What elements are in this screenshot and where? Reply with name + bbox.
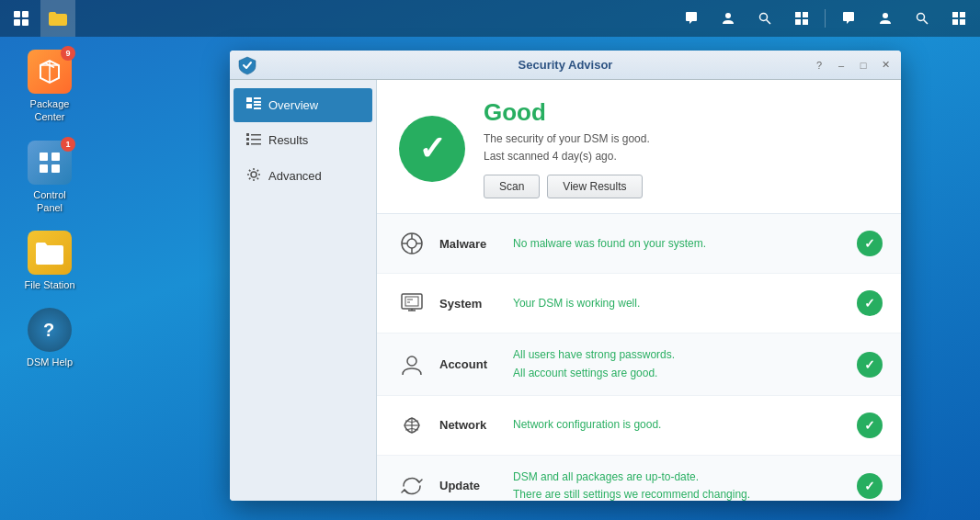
account-label: Account [439, 357, 513, 371]
system-status: Your DSM is working well. [513, 295, 857, 312]
app-grid-button[interactable] [4, 0, 39, 37]
svg-rect-14 [952, 12, 958, 17]
status-panel: ✓ Good The security of your DSM is good.… [377, 80, 901, 214]
title-bar-left [237, 55, 257, 75]
control-panel-badge: 1 [61, 137, 75, 152]
system-check-icon: ✓ [857, 290, 883, 316]
taskbar [0, 0, 980, 37]
security-advisor-window: Security Advisor ? – □ ✕ [230, 51, 901, 501]
sidebar-overview-label: Overview [268, 98, 318, 112]
svg-point-12 [917, 14, 925, 21]
svg-line-6 [767, 20, 771, 25]
categories-list: Malware No malware was found on your sys… [377, 214, 901, 501]
svg-rect-15 [960, 12, 965, 17]
svg-rect-23 [246, 97, 252, 102]
help-button[interactable]: ? [809, 55, 829, 75]
network-status: Network configuration is good. [513, 416, 857, 434]
malware-label: Malware [439, 237, 513, 251]
svg-text:?: ? [43, 320, 54, 340]
sidebar-item-results[interactable]: Results [234, 123, 372, 157]
search-icon-1[interactable] [747, 0, 782, 37]
svg-point-11 [883, 13, 888, 18]
control-panel-icon: 1 [28, 141, 72, 185]
svg-rect-28 [254, 107, 261, 109]
user-icon-1[interactable] [711, 0, 746, 37]
title-bar: Security Advisor ? – □ ✕ [230, 51, 901, 80]
taskbar-separator [825, 9, 826, 28]
sidebar-advanced-label: Advanced [268, 169, 322, 183]
sidebar-item-overview[interactable]: Overview [234, 88, 372, 122]
maximize-button[interactable]: □ [853, 55, 873, 75]
svg-rect-24 [254, 97, 261, 99]
search-icon-2[interactable] [905, 0, 940, 37]
svg-rect-7 [795, 12, 801, 17]
account-icon [395, 348, 428, 381]
chat-icon-2[interactable] [831, 0, 866, 37]
sidebar-item-advanced[interactable]: Advanced [234, 158, 372, 194]
grid-icon-2[interactable] [941, 0, 976, 37]
scan-button[interactable]: Scan [484, 175, 540, 198]
window-title: Security Advisor [518, 58, 613, 72]
svg-rect-42 [402, 294, 422, 309]
desktop-icon-control-panel[interactable]: 1 Control Panel [17, 137, 83, 219]
category-row-system: System Your DSM is working well. ✓ [377, 274, 901, 333]
close-button[interactable]: ✕ [875, 55, 895, 75]
status-checkmark-icon: ✓ [418, 130, 446, 168]
chat-icon-1[interactable] [674, 0, 709, 37]
desktop-icon-package-center[interactable]: 9 PackageCenter [17, 46, 83, 128]
minimize-button[interactable]: – [831, 55, 851, 75]
network-icon [395, 409, 428, 442]
svg-rect-0 [14, 11, 20, 17]
control-panel-label: Control Panel [20, 188, 79, 215]
svg-point-48 [407, 356, 416, 366]
category-row-network: Network Network configuration is good. ✓ [377, 396, 901, 456]
system-label: System [439, 297, 513, 311]
svg-rect-3 [22, 19, 28, 26]
update-label: Update [439, 479, 513, 492]
svg-rect-32 [251, 139, 261, 141]
main-content: ✓ Good The security of your DSM is good.… [377, 80, 901, 501]
svg-point-37 [407, 239, 416, 248]
grid-icon-1[interactable] [784, 0, 819, 37]
malware-check-icon: ✓ [857, 231, 883, 256]
update-check-icon: ✓ [857, 473, 883, 499]
user-icon-2[interactable] [868, 0, 903, 37]
view-results-button[interactable]: View Results [547, 175, 642, 198]
network-check-icon: ✓ [857, 413, 883, 438]
malware-status: No malware was found on your system. [513, 235, 857, 253]
results-icon [246, 132, 261, 148]
overview-icon [246, 97, 261, 113]
status-info: Good The security of your DSM is good. L… [484, 98, 879, 198]
security-advisor-logo-icon [237, 55, 257, 75]
svg-rect-29 [246, 133, 249, 136]
window-body: Overview Results [230, 80, 901, 501]
dsm-help-icon: ? [28, 308, 72, 352]
svg-point-35 [251, 172, 256, 177]
folder-button[interactable] [40, 0, 75, 37]
account-check-icon: ✓ [857, 352, 883, 378]
desktop-icons: 9 PackageCenter 1 Control Panel File Sta… [17, 46, 83, 373]
update-status: DSM and all packages are up-to-date. The… [513, 469, 857, 501]
package-center-label: PackageCenter [30, 97, 70, 124]
category-row-update: Update DSM and all packages are up-to-da… [377, 456, 901, 501]
svg-rect-9 [795, 19, 801, 25]
file-station-icon [28, 231, 72, 275]
status-circle: ✓ [399, 116, 465, 182]
desktop-icon-file-station[interactable]: File Station [17, 227, 83, 295]
status-description: The security of your DSM is good. Last s… [484, 130, 879, 165]
svg-point-5 [760, 14, 768, 21]
svg-rect-26 [246, 104, 252, 108]
dsm-help-label: DSM Help [27, 356, 73, 368]
status-level: Good [484, 98, 879, 127]
svg-rect-34 [251, 143, 261, 145]
svg-rect-20 [40, 164, 48, 173]
package-center-badge: 9 [61, 46, 75, 61]
network-label: Network [439, 418, 513, 432]
taskbar-right [674, 0, 980, 37]
svg-point-4 [725, 13, 731, 18]
svg-rect-16 [952, 19, 958, 25]
desktop-icon-dsm-help[interactable]: ? DSM Help [17, 304, 83, 372]
svg-rect-33 [246, 142, 249, 145]
svg-rect-31 [246, 138, 249, 141]
system-icon [395, 287, 428, 320]
